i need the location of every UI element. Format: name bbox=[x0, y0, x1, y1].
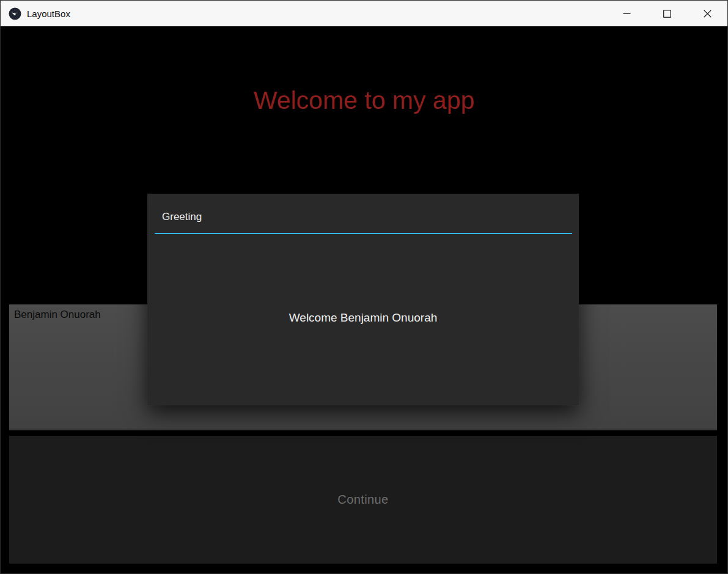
app-heading: Welcome to my app bbox=[1, 86, 727, 115]
titlebar: LayoutBox bbox=[1, 1, 727, 26]
dialog-message: Welcome Benjamin Onuorah bbox=[147, 311, 579, 325]
layoutbox-logo-icon bbox=[9, 7, 21, 20]
window-title: LayoutBox bbox=[27, 9, 70, 19]
name-input-value: Benjamin Onuorah bbox=[9, 304, 101, 321]
minimize-button[interactable] bbox=[606, 1, 647, 26]
minimize-icon bbox=[623, 10, 631, 18]
continue-button[interactable]: Continue bbox=[9, 436, 717, 564]
app-content: Welcome to my app Benjamin Onuorah Conti… bbox=[1, 26, 727, 573]
continue-button-label: Continue bbox=[337, 493, 388, 507]
greeting-dialog: Greeting Welcome Benjamin Onuorah bbox=[147, 194, 579, 405]
dialog-divider bbox=[155, 233, 572, 234]
maximize-icon bbox=[663, 10, 671, 18]
dialog-title: Greeting bbox=[162, 211, 202, 223]
app-window: LayoutBox Welcome to my app Benjamin Onu… bbox=[0, 0, 728, 574]
close-button[interactable] bbox=[687, 1, 727, 26]
maximize-button[interactable] bbox=[647, 1, 687, 26]
close-icon bbox=[704, 10, 711, 18]
